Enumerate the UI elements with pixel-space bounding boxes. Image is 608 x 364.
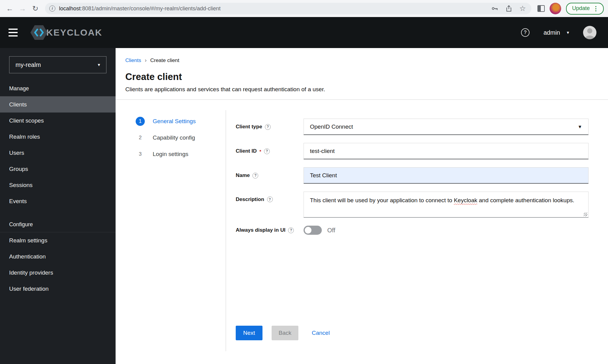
side-panel-icon[interactable] xyxy=(537,5,545,12)
client-id-help-icon[interactable]: ? xyxy=(264,148,270,154)
sidebar-item-realm-settings[interactable]: Realm settings xyxy=(0,232,116,248)
wizard-actions: Next Back Cancel xyxy=(236,326,589,340)
sidebar-item-events[interactable]: Events xyxy=(0,193,116,209)
user-avatar[interactable] xyxy=(583,26,596,39)
share-icon[interactable] xyxy=(505,5,512,12)
description-text-1: This client will be used by your applica… xyxy=(310,197,454,203)
update-label: Update xyxy=(572,5,590,12)
username: admin xyxy=(544,29,560,36)
sidebar-item-users[interactable]: Users xyxy=(0,145,116,161)
always-display-state: Off xyxy=(327,227,335,234)
url-text: localhost:8081/admin/master/console/#/my… xyxy=(59,5,221,12)
breadcrumb-clients-link[interactable]: Clients xyxy=(125,57,141,64)
user-dropdown[interactable]: admin ▾ xyxy=(544,29,569,36)
step-1-label: General Settings xyxy=(153,118,196,125)
client-id-label: Client ID xyxy=(236,148,257,154)
keycloak-logo-icon xyxy=(30,25,47,40)
breadcrumb-current: Create client xyxy=(150,57,179,64)
description-label: Description xyxy=(236,196,264,203)
sidebar: my-realm ▾ Manage Clients Client scopes … xyxy=(0,48,116,364)
sidebar-section-manage: Manage xyxy=(0,73,116,96)
client-type-select[interactable]: OpenID Connect ▼ xyxy=(304,119,589,135)
browser-toolbar: ← → ↻ i localhost:8081/admin/master/cons… xyxy=(0,0,608,17)
sidebar-section-configure: Configure xyxy=(0,209,116,232)
wizard-steps-nav: 1 General Settings 2 Capability config 3… xyxy=(116,110,226,351)
browser-update-button[interactable]: Update ⋮ xyxy=(566,3,604,15)
always-display-label: Always display in UI xyxy=(236,227,285,233)
textarea-resize-handle-icon[interactable] xyxy=(584,213,587,216)
step-1-number: 1 xyxy=(136,117,145,126)
sidebar-item-groups[interactable]: Groups xyxy=(0,161,116,177)
step-2-number: 2 xyxy=(136,133,145,142)
description-text-spellcheck-word: Keycloak xyxy=(454,197,477,203)
keycloak-masthead: KEYCLOAK ? admin ▾ xyxy=(0,17,608,48)
always-display-help-icon[interactable]: ? xyxy=(288,227,294,233)
browser-back-icon[interactable]: ← xyxy=(4,3,15,14)
page-subtitle: Clients are applications and services th… xyxy=(116,86,608,93)
step-3-number: 3 xyxy=(136,150,145,159)
url-host: localhost xyxy=(59,5,81,12)
breadcrumb: Clients › Create client xyxy=(116,57,608,64)
step-3-label: Login settings xyxy=(153,151,188,158)
realm-selector[interactable]: my-realm ▾ xyxy=(9,56,106,73)
browser-reload-icon[interactable]: ↻ xyxy=(30,3,41,14)
sidebar-item-user-federation[interactable]: User federation xyxy=(0,281,116,297)
select-caret-down-icon: ▼ xyxy=(578,124,582,129)
realm-caret-down-icon: ▾ xyxy=(98,62,100,68)
browser-forward-icon[interactable]: → xyxy=(17,3,28,14)
user-caret-down-icon: ▾ xyxy=(567,30,569,35)
breadcrumb-chevron-right-icon: › xyxy=(145,57,147,64)
realm-name: my-realm xyxy=(16,61,41,68)
client-type-value: OpenID Connect xyxy=(310,123,353,130)
nav-toggle-button[interactable] xyxy=(8,27,18,38)
next-button[interactable]: Next xyxy=(236,326,262,340)
bookmark-star-icon[interactable]: ☆ xyxy=(519,5,526,12)
back-button[interactable]: Back xyxy=(272,326,298,340)
client-type-help-icon[interactable]: ? xyxy=(265,124,271,130)
create-client-form: Client type ? OpenID Connect ▼ Client ID xyxy=(226,110,608,351)
step-2-label: Capability config xyxy=(153,134,195,141)
description-text-2: and complete authentication lookups. xyxy=(477,197,574,203)
wizard-step-general-settings[interactable]: 1 General Settings xyxy=(136,117,226,126)
cancel-button[interactable]: Cancel xyxy=(312,330,330,336)
name-label: Name xyxy=(236,172,250,179)
page-header-divider xyxy=(116,99,608,100)
help-icon[interactable]: ? xyxy=(521,28,530,37)
page-title: Create client xyxy=(116,71,608,82)
sidebar-item-identity-providers[interactable]: Identity providers xyxy=(0,265,116,281)
password-key-icon[interactable] xyxy=(491,5,499,12)
sidebar-item-realm-roles[interactable]: Realm roles xyxy=(0,129,116,145)
always-display-toggle[interactable] xyxy=(304,226,322,235)
site-info-icon[interactable]: i xyxy=(49,5,55,12)
keycloak-logo[interactable]: KEYCLOAK xyxy=(30,25,102,40)
address-bar[interactable]: i localhost:8081/admin/master/console/#/… xyxy=(45,3,531,14)
description-textarea[interactable]: This client will be used by your applica… xyxy=(304,192,589,218)
name-help-icon[interactable]: ? xyxy=(252,173,258,179)
keycloak-wordmark: KEYCLOAK xyxy=(46,27,102,38)
url-path: :8081/admin/master/console/#/my-realm/cl… xyxy=(81,5,221,12)
client-id-required-asterisk: * xyxy=(259,149,261,154)
wizard-step-login-settings[interactable]: 3 Login settings xyxy=(136,150,226,159)
name-input[interactable] xyxy=(304,167,589,184)
main-content: Clients › Create client Create client Cl… xyxy=(116,48,608,364)
wizard-step-capability-config[interactable]: 2 Capability config xyxy=(136,133,226,142)
browser-menu-dots-icon[interactable]: ⋮ xyxy=(593,5,599,12)
client-id-input[interactable] xyxy=(304,143,589,159)
sidebar-item-sessions[interactable]: Sessions xyxy=(0,177,116,193)
client-type-label: Client type xyxy=(236,124,262,130)
sidebar-item-authentication[interactable]: Authentication xyxy=(0,248,116,265)
browser-profile-avatar[interactable] xyxy=(550,3,561,14)
description-help-icon[interactable]: ? xyxy=(267,196,273,202)
sidebar-item-client-scopes[interactable]: Client scopes xyxy=(0,113,116,129)
sidebar-item-clients[interactable]: Clients xyxy=(0,96,116,113)
